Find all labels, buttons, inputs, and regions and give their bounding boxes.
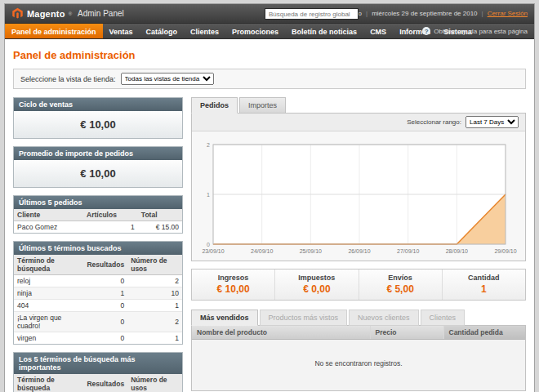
stat-label: Cantidad xyxy=(444,274,523,282)
last-search-terms-table: Término de búsqueda Resultados Número de… xyxy=(14,255,182,344)
cell-items: 1 xyxy=(83,221,138,234)
stat-label: Ingresos xyxy=(194,274,273,282)
svg-text:23/09/10: 23/09/10 xyxy=(202,248,224,254)
help-icon: ? xyxy=(422,27,430,35)
cell-results: 0 xyxy=(83,332,127,345)
store-view-label: Seleccione la vista de tienda: xyxy=(20,75,116,83)
col-header: Total xyxy=(138,209,182,221)
empty-records-message: No se encontraron registros. xyxy=(192,340,525,391)
nav-item-promotions[interactable]: Promociones xyxy=(225,24,285,38)
average-orders-panel: Promedio de importe de pedidos € 10,00 xyxy=(13,146,183,188)
cell-term: 404 xyxy=(14,300,83,312)
nav-item-cms[interactable]: CMS xyxy=(363,24,393,38)
cell-uses: 10 xyxy=(127,287,182,300)
tab-most-viewed[interactable]: Productos más vistos xyxy=(260,310,348,326)
tab-bestsellers[interactable]: Más vendidos xyxy=(191,310,258,326)
table-row: 404 0 1 xyxy=(14,300,182,312)
col-header: Número de usos xyxy=(127,374,182,392)
stat-quantity: Cantidad 1 xyxy=(442,270,525,300)
global-search xyxy=(265,8,359,20)
orders-chart-area: 23/09/1024/09/1025/09/1026/09/1027/09/10… xyxy=(192,131,525,261)
nav-item-dashboard[interactable]: Panel de administración xyxy=(5,24,103,38)
page-title: Panel de administración xyxy=(13,49,526,61)
nav-item-sales[interactable]: Ventas xyxy=(103,24,140,38)
logout-link[interactable]: Cerrar Sesión xyxy=(488,10,528,17)
magento-admin-window: Magento® Admin Panel Accedió como aparo … xyxy=(4,3,535,392)
table-row: Paco Gomez 1 € 15.00 xyxy=(14,221,182,234)
last-orders-table: Cliente Artículos Total Paco Gomez 1 € 1… xyxy=(14,209,182,233)
bestsellers-grid: Nombre del producto Precio Cantidad pedi… xyxy=(191,325,526,391)
header-separator-2: | xyxy=(482,10,483,17)
stat-revenue: Ingresos € 10,00 xyxy=(192,270,274,300)
left-column: Ciclo de ventas € 10,00 Promedio de impo… xyxy=(13,97,183,392)
col-header-product: Nombre del producto xyxy=(192,326,370,340)
help-label: Obtener ayuda para esta página xyxy=(434,28,528,35)
tab-customers[interactable]: Clientes xyxy=(421,310,466,326)
cell-term: virgen xyxy=(14,332,83,345)
stat-label: Envíos xyxy=(361,274,440,282)
nav-item-newsletter[interactable]: Boletín de noticias xyxy=(285,24,363,38)
header-separator: | xyxy=(366,10,368,17)
cell-term: ninja xyxy=(14,287,83,300)
col-header: Artículos xyxy=(83,209,138,221)
store-view-select[interactable]: Todas las vistas de tienda xyxy=(121,73,214,85)
stat-value: € 0,00 xyxy=(277,283,356,295)
cell-results: 0 xyxy=(83,275,127,287)
top-search-terms-panel: Los 5 términos de búsqueda más important… xyxy=(13,352,183,392)
tab-orders[interactable]: Pedidos xyxy=(191,97,238,114)
nav-item-customers[interactable]: Clientes xyxy=(184,24,225,38)
grids-tabs: Más vendidos Productos más vistos Nuevos… xyxy=(191,310,526,325)
last-orders-title: Últimos 5 pedidos xyxy=(14,196,182,209)
range-bar: Seleccionar rango: Last 7 Days xyxy=(192,114,525,131)
col-header: Número de usos xyxy=(127,255,182,275)
page-help-link[interactable]: ? Obtener ayuda para esta página xyxy=(422,24,528,38)
range-select[interactable]: Last 7 Days xyxy=(466,116,519,128)
cell-results: 0 xyxy=(83,300,127,312)
cell-customer: Paco Gomez xyxy=(14,221,83,234)
table-row: reloj 0 2 xyxy=(14,275,182,287)
top-search-terms-table: Término de búsqueda Resultados Número de… xyxy=(14,374,182,392)
table-row: ¡La virgen que cuadro! 0 2 xyxy=(14,312,182,332)
header-date: miércoles 29 de septiembre de 2010 xyxy=(372,10,477,17)
last-orders-panel: Últimos 5 pedidos Cliente Artículos Tota… xyxy=(13,195,183,234)
bestsellers-table: Nombre del producto Precio Cantidad pedi… xyxy=(192,326,525,390)
logo-text: Magento xyxy=(27,9,65,19)
stat-tax: Impuestos € 0,00 xyxy=(274,270,358,300)
table-row: ninja 1 10 xyxy=(14,287,182,300)
global-search-input[interactable] xyxy=(265,8,359,20)
stat-value: 1 xyxy=(444,283,523,295)
svg-text:29/09/10: 29/09/10 xyxy=(494,248,516,254)
table-row: virgen 0 1 xyxy=(14,332,182,345)
logo: Magento® Admin Panel xyxy=(11,7,124,20)
diagram-box: Seleccionar rango: Last 7 Days 23/09/102… xyxy=(191,113,526,261)
dashboard-columns: Ciclo de ventas € 10,00 Promedio de impo… xyxy=(13,97,526,392)
tab-new-customers[interactable]: Nuevos clientes xyxy=(349,310,419,326)
lifetime-sales-panel: Ciclo de ventas € 10,00 xyxy=(13,97,183,139)
cell-results: 1 xyxy=(83,287,127,300)
cell-uses: 2 xyxy=(127,312,182,332)
nav-item-catalog[interactable]: Catálogo xyxy=(140,24,185,38)
diagram-tabs: Pedidos Importes xyxy=(191,97,526,113)
cell-uses: 1 xyxy=(127,300,182,312)
cell-term: ¡La virgen que cuadro! xyxy=(14,312,83,332)
svg-text:1: 1 xyxy=(207,192,210,198)
orders-chart: 23/09/1024/09/1025/09/1026/09/1027/09/10… xyxy=(200,138,517,259)
svg-text:2: 2 xyxy=(207,142,210,148)
last-search-terms-title: Últimos 5 términos buscados xyxy=(14,242,182,255)
logo-suffix: Admin Panel xyxy=(78,9,124,18)
col-header: Término de búsqueda xyxy=(14,374,83,392)
last-search-terms-panel: Últimos 5 términos buscados Término de b… xyxy=(13,241,183,345)
stat-shipping: Envíos € 5,00 xyxy=(359,270,442,300)
col-header-qty: Cantidad pedida xyxy=(443,326,525,340)
tab-amounts[interactable]: Importes xyxy=(239,97,286,114)
cell-uses: 2 xyxy=(127,275,182,287)
col-header: Cliente xyxy=(14,209,83,221)
right-column: Pedidos Importes Seleccionar rango: Last… xyxy=(191,97,526,392)
lifetime-sales-title: Ciclo de ventas xyxy=(14,98,182,111)
col-header-price: Precio xyxy=(370,326,443,340)
svg-text:26/09/10: 26/09/10 xyxy=(348,248,370,254)
col-header: Resultados xyxy=(83,374,127,392)
content-area: Panel de administración Seleccione la vi… xyxy=(5,39,534,392)
svg-text:25/09/10: 25/09/10 xyxy=(300,248,322,254)
col-header: Resultados xyxy=(83,255,127,275)
